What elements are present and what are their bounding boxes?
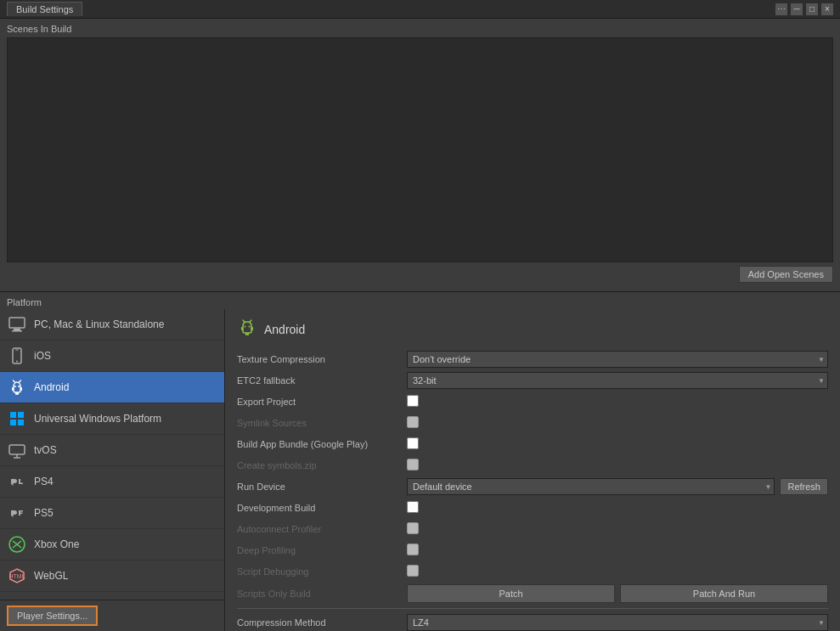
xbox-icon bbox=[7, 534, 27, 555]
panel-title: Android bbox=[264, 323, 305, 336]
svg-point-7 bbox=[18, 386, 20, 387]
create-symbols-checkbox bbox=[407, 459, 419, 470]
compression-method-row: Compression Method LZ4 ▼ bbox=[237, 614, 828, 631]
svg-rect-18 bbox=[9, 445, 25, 454]
patch-and-run-button[interactable]: Patch And Run bbox=[620, 584, 828, 603]
panel-content: Android Texture Compression Don't overri… bbox=[237, 318, 828, 631]
create-symbols-label: Create symbols.zip bbox=[237, 460, 407, 470]
svg-rect-5 bbox=[15, 350, 19, 351]
symlink-sources-label: Symlink Sources bbox=[237, 418, 407, 428]
sidebar-item-android[interactable]: Android bbox=[0, 372, 224, 403]
svg-line-8 bbox=[14, 380, 15, 382]
refresh-button[interactable]: Refresh bbox=[780, 478, 828, 495]
export-project-checkbox[interactable] bbox=[407, 395, 419, 407]
texture-compression-dropdown-wrap: Don't override ▼ bbox=[407, 351, 828, 368]
script-debugging-row: Script Debugging bbox=[237, 563, 828, 580]
compression-method-select[interactable]: LZ4 bbox=[407, 614, 828, 631]
ios-icon bbox=[7, 346, 27, 366]
platform-section: PC, Mac & Linux Standalone iOS bbox=[0, 309, 840, 631]
script-debugging-checkbox bbox=[407, 565, 419, 577]
sidebar-item-ios[interactable]: iOS bbox=[0, 341, 224, 372]
close-btn[interactable]: × bbox=[821, 3, 833, 15]
sidebar-items: PC, Mac & Linux Standalone iOS bbox=[0, 309, 224, 600]
etc2-fallback-label: ETC2 fallback bbox=[237, 375, 407, 386]
xbox-label: Xbox One bbox=[34, 538, 79, 550]
etc2-fallback-select[interactable]: 32-bit bbox=[407, 372, 828, 389]
create-symbols-row: Create symbols.zip bbox=[237, 457, 828, 474]
deep-profiling-label: Deep Profiling bbox=[237, 545, 407, 555]
android-icon bbox=[7, 377, 27, 397]
svg-line-27 bbox=[250, 320, 251, 322]
panel-header: Android bbox=[237, 318, 828, 341]
window-controls: ⋯ ─ □ × bbox=[775, 3, 833, 15]
android-panel-icon bbox=[237, 318, 257, 341]
deep-profiling-row: Deep Profiling bbox=[237, 542, 828, 559]
export-project-value bbox=[407, 395, 828, 409]
more-options-btn[interactable]: ⋯ bbox=[775, 3, 787, 15]
sidebar-item-pc[interactable]: PC, Mac & Linux Standalone bbox=[0, 309, 224, 341]
ps4-label: PS4 bbox=[34, 476, 54, 487]
deep-profiling-checkbox bbox=[407, 544, 419, 555]
scripts-buttons: Patch Patch And Run bbox=[407, 584, 828, 603]
deep-profiling-value bbox=[407, 544, 828, 558]
svg-rect-1 bbox=[14, 329, 20, 330]
scripts-only-row: Scripts Only Build Patch Patch And Run bbox=[237, 584, 828, 603]
scenes-area bbox=[7, 37, 833, 262]
svg-rect-11 bbox=[20, 387, 22, 391]
uwp-label: Universal Windows Platform bbox=[34, 413, 161, 425]
build-app-bundle-checkbox[interactable] bbox=[407, 437, 419, 449]
export-project-row: Export Project bbox=[237, 393, 828, 410]
run-device-select[interactable]: Default device bbox=[407, 478, 775, 495]
etc2-fallback-dropdown-wrap: 32-bit ▼ bbox=[407, 372, 828, 389]
compression-method-label: Compression Method bbox=[237, 617, 407, 628]
settings-panel: Android Texture Compression Don't overri… bbox=[225, 309, 840, 631]
tvos-icon bbox=[7, 440, 27, 460]
svg-point-24 bbox=[245, 326, 246, 328]
webgl-icon: HTML bbox=[7, 566, 27, 586]
texture-compression-select[interactable]: Don't override bbox=[407, 351, 828, 368]
svg-rect-2 bbox=[12, 330, 22, 332]
development-build-label: Development Build bbox=[237, 503, 407, 513]
etc2-fallback-row: ETC2 fallback 32-bit ▼ bbox=[237, 372, 828, 389]
svg-rect-0 bbox=[9, 318, 25, 328]
ps5-label: PS5 bbox=[34, 507, 54, 519]
svg-rect-30 bbox=[245, 333, 247, 335]
svg-rect-17 bbox=[18, 420, 24, 425]
svg-rect-13 bbox=[17, 392, 19, 395]
title-bar: Build Settings ⋯ ─ □ × bbox=[0, 0, 840, 19]
sidebar-item-xbox[interactable]: Xbox One bbox=[0, 529, 224, 561]
sidebar-item-tvos[interactable]: tvOS bbox=[0, 435, 224, 466]
compression-method-dropdown-wrap: LZ4 ▼ bbox=[407, 614, 828, 631]
platform-label: Platform bbox=[0, 292, 840, 309]
sidebar-item-webgl[interactable]: HTML WebGL bbox=[0, 561, 224, 592]
patch-button[interactable]: Patch bbox=[407, 584, 615, 603]
scenes-toolbar: Add Open Scenes bbox=[7, 262, 833, 286]
autoconnect-profiler-value bbox=[407, 522, 828, 537]
add-open-scenes-button[interactable]: Add Open Scenes bbox=[739, 266, 833, 283]
svg-rect-28 bbox=[241, 327, 243, 330]
player-settings-button[interactable]: Player Settings... bbox=[7, 606, 98, 626]
run-device-row: Run Device Default device ▼ Refresh bbox=[237, 478, 828, 495]
development-build-value bbox=[407, 501, 828, 516]
maximize-btn[interactable]: □ bbox=[806, 3, 818, 15]
scenes-title: Scenes In Build bbox=[7, 24, 833, 34]
tvos-label: tvOS bbox=[34, 444, 57, 456]
sidebar-item-uwp[interactable]: Universal Windows Platform bbox=[0, 403, 224, 435]
development-build-checkbox[interactable] bbox=[407, 501, 419, 513]
svg-rect-10 bbox=[12, 387, 14, 391]
minimize-btn[interactable]: ─ bbox=[791, 3, 803, 15]
autoconnect-profiler-label: Autoconnect Profiler bbox=[237, 524, 407, 534]
svg-point-25 bbox=[249, 326, 251, 328]
sidebar-item-ps4[interactable]: PS4 bbox=[0, 466, 224, 498]
webgl-label: WebGL bbox=[34, 570, 68, 582]
sidebar-item-ps5[interactable]: PS5 bbox=[0, 498, 224, 529]
svg-rect-14 bbox=[10, 412, 16, 418]
autoconnect-profiler-row: Autoconnect Profiler bbox=[237, 521, 828, 538]
android-label: Android bbox=[34, 381, 69, 393]
symlink-sources-value bbox=[407, 416, 828, 431]
symlink-sources-checkbox bbox=[407, 416, 419, 428]
svg-rect-31 bbox=[247, 333, 249, 335]
svg-point-6 bbox=[14, 386, 16, 387]
run-device-label: Run Device bbox=[237, 482, 407, 492]
title-bar-left: Build Settings bbox=[7, 2, 82, 16]
